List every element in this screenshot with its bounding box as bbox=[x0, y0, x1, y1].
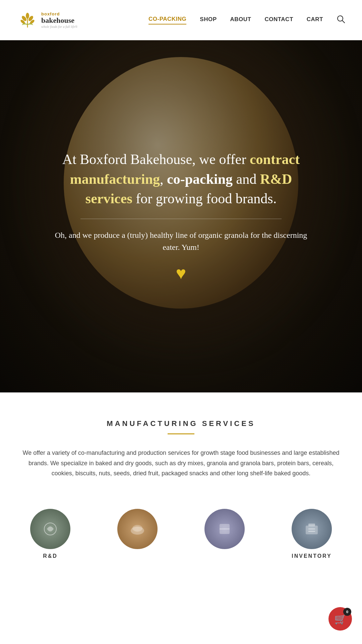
main-nav: CO-PACKING SHOP ABOUT CONTACT CART bbox=[148, 15, 345, 25]
logo-icon bbox=[17, 9, 39, 31]
nav-item-shop[interactable]: SHOP bbox=[200, 16, 217, 24]
search-icon[interactable] bbox=[337, 15, 345, 25]
hero-divider bbox=[80, 219, 282, 219]
svg-line-7 bbox=[342, 20, 345, 23]
category-inventory[interactable]: INVENTORY bbox=[272, 509, 352, 559]
hero-title-bold2: co-packing bbox=[167, 171, 233, 187]
svg-rect-13 bbox=[306, 526, 318, 534]
nav-item-contact[interactable]: CONTACT bbox=[264, 16, 293, 24]
brand-tagline: whole foods for a full life® bbox=[41, 25, 77, 29]
hero-title-part1: At Boxford Bakehouse, we offer bbox=[62, 152, 250, 167]
manufacturing-section-title: MANUFACTURING SERVICES bbox=[17, 419, 345, 428]
category-baked-icon bbox=[117, 509, 158, 549]
category-rd-icon bbox=[30, 509, 70, 549]
hero-title-part4: for growing food brands. bbox=[132, 191, 277, 206]
category-rd-label: R&D bbox=[43, 553, 58, 559]
hero-title-part2: , bbox=[160, 171, 167, 187]
brand-top: boxford bbox=[41, 11, 60, 16]
logo-text-area: boxford bakehouse whole foods for a full… bbox=[41, 11, 77, 28]
nav-item-copacking[interactable]: CO-PACKING bbox=[148, 16, 186, 24]
brand-name: bakehouse bbox=[41, 16, 74, 24]
hero-title-part3: and bbox=[233, 171, 260, 187]
hero-subtitle: Oh, and we produce a (truly) healthy lin… bbox=[47, 229, 315, 253]
category-packaging[interactable] bbox=[184, 509, 265, 553]
nav-item-about[interactable]: ABOUT bbox=[230, 16, 251, 24]
category-baked[interactable] bbox=[97, 509, 178, 553]
manufacturing-description: We offer a variety of co-manufacturing a… bbox=[17, 448, 345, 479]
hero-title: At Boxford Bakehouse, we offer contract … bbox=[55, 150, 307, 209]
header: boxford bakehouse whole foods for a full… bbox=[0, 0, 362, 40]
category-packaging-icon bbox=[204, 509, 245, 549]
svg-point-1 bbox=[26, 13, 29, 19]
logo[interactable]: boxford bakehouse whole foods for a full… bbox=[17, 9, 77, 31]
categories-row: R&D INVENTORY bbox=[0, 495, 362, 566]
category-inventory-label: INVENTORY bbox=[292, 553, 331, 559]
heart-icon: ♥ bbox=[176, 263, 186, 283]
manufacturing-section: MANUFACTURING SERVICES We offer a variet… bbox=[0, 392, 362, 495]
hero-section: At Boxford Bakehouse, we offer contract … bbox=[0, 40, 362, 392]
hero-content: At Boxford Bakehouse, we offer contract … bbox=[0, 40, 362, 392]
nav-item-cart[interactable]: CART bbox=[307, 16, 323, 24]
svg-rect-14 bbox=[308, 524, 315, 526]
section-underline bbox=[168, 433, 194, 434]
category-rd[interactable]: R&D bbox=[10, 509, 90, 559]
category-inventory-icon bbox=[292, 509, 332, 549]
svg-point-10 bbox=[132, 525, 142, 532]
